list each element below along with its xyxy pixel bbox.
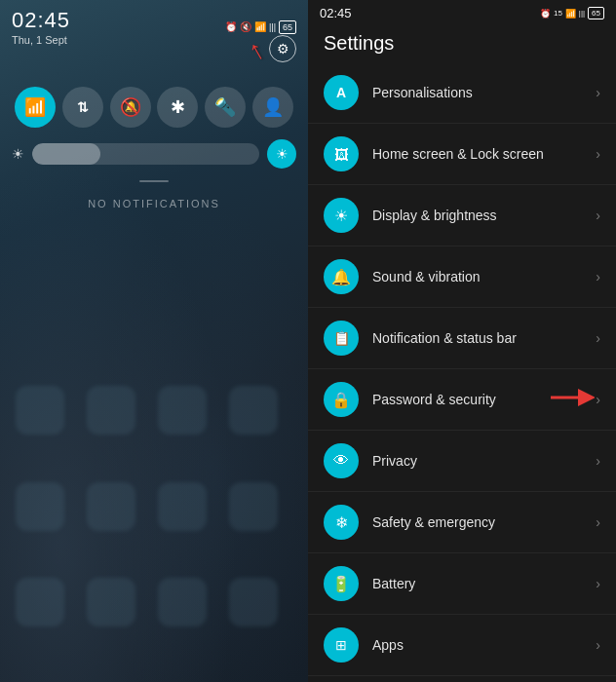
sound-chevron: › xyxy=(596,269,600,284)
volume-icon: 🔇 xyxy=(240,21,251,32)
display-icon: ☀ xyxy=(324,198,359,233)
battery-label: Battery xyxy=(372,576,596,591)
homescreen-icon: 🖼 xyxy=(324,136,359,171)
personalisations-label: Personalisations xyxy=(372,85,596,100)
battery-chevron: › xyxy=(596,576,600,591)
homescreen-chevron: › xyxy=(596,146,600,162)
password-icon: 🔒 xyxy=(324,382,359,417)
brightness-row: ☀ ☀ xyxy=(0,133,308,174)
settings-shortcut-icon[interactable]: ⚙ xyxy=(269,35,296,62)
settings-item-display[interactable]: ☀ Display & brightness › xyxy=(308,185,616,246)
mute-toggle-icon: 🔕 xyxy=(120,96,141,118)
settings-item-password[interactable]: 🔒 Password & security › xyxy=(308,369,616,431)
notification-label: Notification & status bar xyxy=(372,330,596,346)
bluetooth-toggle-icon: ✱ xyxy=(171,96,185,118)
right-kb-icon: 15 xyxy=(554,9,562,18)
wifi-toggle-icon: 📶 xyxy=(24,96,46,118)
settings-item-personalisations[interactable]: A Personalisations › xyxy=(308,62,616,124)
brightness-fill xyxy=(32,143,100,165)
right-wifi-icon: 📶 xyxy=(565,9,576,19)
user-toggle-icon: 👤 xyxy=(262,96,284,118)
right-status-icons: ⏰ 15 📶 ||| 65 xyxy=(540,7,604,19)
safety-icon: ❄ xyxy=(324,505,359,540)
settings-list: A Personalisations › 🖼 Home screen & Loc… xyxy=(308,62,616,682)
privacy-icon: 👁 xyxy=(324,443,359,478)
no-notifications-label: NO NOTIFICATIONS xyxy=(0,198,308,209)
app-blur-1 xyxy=(16,386,64,435)
notification-icon: 📋 xyxy=(324,321,359,356)
privacy-chevron: › xyxy=(596,453,600,469)
app-blur-8 xyxy=(229,482,278,531)
app-blur-12 xyxy=(229,578,278,626)
quick-toggles: 📶 ⇅ 🔕 ✱ 🔦 👤 xyxy=(0,77,308,133)
app-blur-11 xyxy=(158,578,207,626)
app-blur-7 xyxy=(158,482,207,531)
personalisations-chevron: › xyxy=(596,85,600,100)
signal-icon: ||| xyxy=(269,22,276,32)
brightness-slider[interactable] xyxy=(32,143,259,165)
display-label: Display & brightness xyxy=(372,208,596,223)
homescreen-label: Home screen & Lock screen xyxy=(372,146,596,162)
gear-icon: ⚙ xyxy=(277,41,289,57)
right-signal-icon: ||| xyxy=(579,9,585,18)
battery-icon-item: 🔋 xyxy=(324,566,359,601)
notification-chevron: › xyxy=(596,330,600,346)
brightness-min-icon: ☀ xyxy=(12,146,24,162)
settings-item-safety[interactable]: ❄ Safety & emergency › xyxy=(308,492,616,553)
settings-item-location[interactable]: 📍 Location › xyxy=(308,676,616,682)
brightness-max-button[interactable]: ☀ xyxy=(267,139,296,169)
right-alarm-icon: ⏰ xyxy=(540,9,551,19)
settings-item-privacy[interactable]: 👁 Privacy › xyxy=(308,431,616,492)
left-status-bar: 02:45 Thu, 1 Sept ⏰ 🔇 📶 ||| 65 xyxy=(0,0,308,50)
privacy-label: Privacy xyxy=(372,453,596,469)
apps-label: Apps xyxy=(372,637,596,653)
alarm-icon: ⏰ xyxy=(225,21,237,32)
mute-toggle[interactable]: 🔕 xyxy=(110,87,151,128)
password-label: Password & security xyxy=(372,392,596,407)
right-status-bar: 02:45 ⏰ 15 📶 ||| 65 xyxy=(308,0,616,26)
notification-area xyxy=(0,209,308,682)
settings-title: Settings xyxy=(308,26,616,62)
right-battery-icon: 65 xyxy=(588,7,604,19)
app-blur-3 xyxy=(158,386,207,435)
flashlight-toggle[interactable]: 🔦 xyxy=(205,87,246,128)
settings-item-sound[interactable]: 🔔 Sound & vibration › xyxy=(308,246,616,308)
app-blur-2 xyxy=(87,386,135,435)
settings-item-notification[interactable]: 📋 Notification & status bar › xyxy=(308,308,616,369)
wifi-toggle[interactable]: 📶 xyxy=(15,87,56,128)
sound-icon: 🔔 xyxy=(324,259,359,294)
left-time: 02:45 xyxy=(12,8,70,33)
divider xyxy=(139,180,169,182)
safety-chevron: › xyxy=(596,514,600,530)
user-toggle[interactable]: 👤 xyxy=(252,87,293,128)
app-blur-5 xyxy=(16,482,64,531)
apps-chevron: › xyxy=(596,637,600,653)
flashlight-toggle-icon: 🔦 xyxy=(214,96,236,118)
bluetooth-toggle[interactable]: ✱ xyxy=(157,87,198,128)
right-panel: 02:45 ⏰ 15 📶 ||| 65 Settings A Personali… xyxy=(308,0,616,682)
left-panel: 02:45 Thu, 1 Sept ⏰ 🔇 📶 ||| 65 ⚙ ↑ 📶 ⇅ 🔕… xyxy=(0,0,308,682)
left-status-icons: ⏰ 🔇 📶 ||| 65 xyxy=(225,20,296,34)
app-blur-4 xyxy=(229,386,278,435)
personalisations-icon: A xyxy=(324,75,359,110)
left-date: Thu, 1 Sept xyxy=(12,34,70,46)
sound-label: Sound & vibration xyxy=(372,269,596,284)
display-chevron: › xyxy=(596,208,600,223)
bottom-apps-blur xyxy=(0,370,308,682)
settings-item-homescreen[interactable]: 🖼 Home screen & Lock screen › xyxy=(308,124,616,185)
app-blur-9 xyxy=(16,578,64,626)
battery-icon: 65 xyxy=(279,20,296,34)
right-time: 02:45 xyxy=(320,6,352,20)
app-blur-6 xyxy=(87,482,135,531)
password-chevron: › xyxy=(596,392,600,407)
brightness-max-icon: ☀ xyxy=(276,146,289,162)
wifi-icon-status: 📶 xyxy=(254,21,266,32)
data-toggle-icon: ⇅ xyxy=(77,99,89,115)
apps-icon: ⊞ xyxy=(324,627,359,663)
safety-label: Safety & emergency xyxy=(372,514,596,530)
app-blur-10 xyxy=(87,578,135,626)
settings-item-battery[interactable]: 🔋 Battery › xyxy=(308,553,616,615)
data-toggle[interactable]: ⇅ xyxy=(62,87,103,128)
settings-item-apps[interactable]: ⊞ Apps › xyxy=(308,615,616,676)
